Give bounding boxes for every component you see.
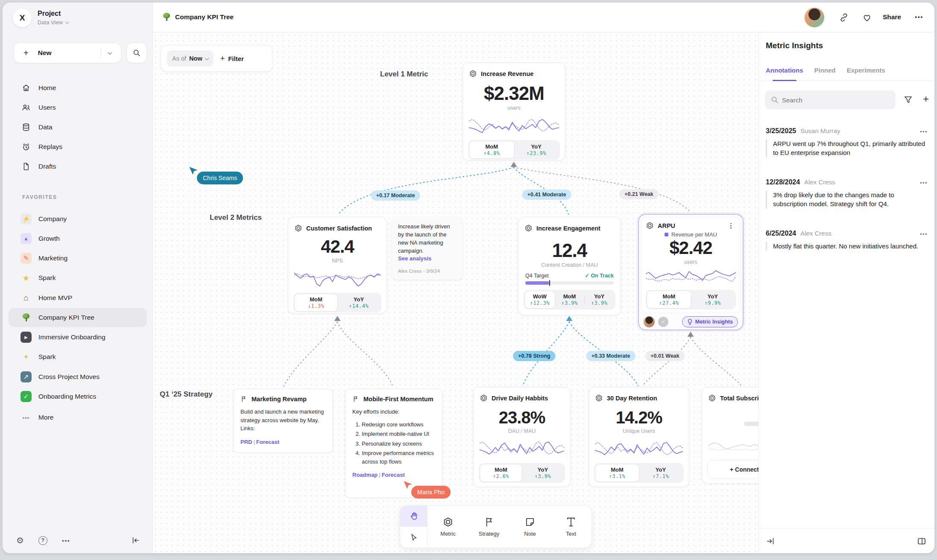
yoy-chip[interactable]: YoY↑14.4% <box>337 294 380 311</box>
edge-label: +0.41 Moderate <box>522 190 571 200</box>
metric-card-increase-engagement[interactable]: Increase Engagement 12.4 Content Creatio… <box>518 217 621 315</box>
search-input[interactable] <box>765 90 896 109</box>
sidebar-item-drafts[interactable]: Drafts <box>9 157 147 176</box>
sidebar-item-replays[interactable]: Replays <box>9 137 147 156</box>
metric-value: 23.8% <box>479 408 565 427</box>
mom-chip[interactable]: MoM↑3.9% <box>555 291 585 308</box>
split-view-icon[interactable] <box>917 536 927 546</box>
sidebar-item-company-kpi-tree[interactable]: Company KPI Tree <box>9 308 147 327</box>
metric-card-total-subscriptions[interactable]: Total Subscriptions + Connect <box>702 387 758 484</box>
avatar[interactable] <box>805 8 824 27</box>
ellipsis-icon: ••• <box>20 412 32 423</box>
sidebar-item-onboarding-metrics[interactable]: ✓ Onboarding Metrics <box>9 387 147 406</box>
yoy-chip[interactable]: YoY↑7.1% <box>639 464 682 481</box>
sidebar-item-growth[interactable]: ▲ Growth <box>9 229 147 248</box>
metric-value: 42.4 <box>293 236 381 257</box>
rocket-icon: ▲ <box>20 233 32 244</box>
strategy-label: Q1 ‘25 Strategy <box>160 390 213 399</box>
sidebar-search-button[interactable] <box>126 43 147 63</box>
card-menu-icon[interactable]: ⋮ <box>726 222 736 230</box>
wow-chip[interactable]: WoW↑12.3% <box>525 291 555 308</box>
add-annotation-icon[interactable]: + <box>923 93 929 105</box>
sidebar-item-marketing[interactable]: ✎ Marketing <box>9 249 147 268</box>
collapse-sidebar-icon[interactable] <box>131 536 141 545</box>
sidebar-item-spark-2[interactable]: ✦ Spark <box>9 347 147 366</box>
card-title: Increase Engagement <box>536 225 600 232</box>
filter-funnel-icon[interactable] <box>903 95 913 105</box>
roadmap-link[interactable]: Roadmap <box>352 472 378 478</box>
tab-pinned[interactable]: Pinned <box>814 64 836 81</box>
see-analysis-link[interactable]: See analysis <box>398 255 456 262</box>
text-tool-button[interactable]: Text <box>550 506 591 548</box>
annotation-menu-icon[interactable]: ••• <box>920 231 928 236</box>
select-tool-button[interactable] <box>400 527 427 548</box>
yoy-chip[interactable]: YoY↑9.9% <box>691 291 735 308</box>
annotation-item[interactable]: 3/25/2025 Susan Murray ••• ARPU went up … <box>766 127 928 158</box>
sidebar-item-users[interactable]: Users <box>9 98 147 117</box>
workspace-view-switcher[interactable]: Data View <box>38 19 69 26</box>
tab-experiments[interactable]: Experiments <box>847 64 885 81</box>
check-icon: ✓ <box>20 391 32 402</box>
new-button[interactable]: + New <box>14 43 121 63</box>
yoy-chip[interactable]: YoY↑23.9% <box>514 141 559 158</box>
strategy-tool-button[interactable]: Strategy <box>468 506 509 548</box>
users-icon <box>21 103 31 112</box>
sidebar-item-data[interactable]: Data <box>9 118 147 137</box>
annotation-menu-icon[interactable]: ••• <box>920 180 928 185</box>
sidebar-item-company[interactable]: ⚡ Company <box>9 210 147 228</box>
sidebar-item-home-mvp[interactable]: ⌂ Home MVP <box>9 289 147 307</box>
forecast-link[interactable]: Forecast <box>382 472 405 478</box>
more-options-icon[interactable]: ••• <box>62 537 70 544</box>
favorite-heart-icon[interactable] <box>862 12 872 23</box>
mom-chip[interactable]: MoM↓1.3% <box>295 294 337 311</box>
strategy-card-mobile-first-momentum[interactable]: Mobile-First Momentum Key efforts includ… <box>345 389 442 498</box>
metric-tool-button[interactable]: Metric <box>428 506 468 548</box>
metric-card-drive-daily-habbits[interactable]: Drive Daily Habbits 23.8% DAU / MAU MoM↑… <box>473 387 571 487</box>
strategy-list: Redesign core workflows Implement mobile… <box>352 420 435 466</box>
mom-chip[interactable]: MoM↑4.8% <box>469 141 514 158</box>
plus-icon: + <box>220 54 225 63</box>
chevron-down-icon[interactable] <box>108 50 112 55</box>
sidebar-item-cross-project-moves[interactable]: ↗ Cross Project Moves <box>9 368 147 386</box>
annotation-item[interactable]: 6/25/2024 Alex Cress ••• Mostly flat thi… <box>766 230 928 251</box>
workspace-logo[interactable]: X <box>13 9 32 27</box>
strategy-card-marketing-revamp[interactable]: Marketing Revamp Build and launch a new … <box>233 389 333 453</box>
settings-gear-icon[interactable]: ⚙ <box>16 535 24 545</box>
collapse-panel-icon[interactable] <box>766 537 775 546</box>
annotation-item[interactable]: 12/28/2024 Alex Cress ••• 3% drop likely… <box>766 178 928 209</box>
sidebar-item-immersive-onboarding[interactable]: ▸ Immersive Onboarding <box>9 328 147 347</box>
metric-card-increase-revenue[interactable]: Increase Revenue $2.32M users MoM↑4.8% Y… <box>463 62 565 160</box>
mom-chip[interactable]: MoM↑2.6% <box>480 464 522 481</box>
metric-card-arpu-selected[interactable]: ARPU ⋮ Revenue per MAU $2.42 users MoM↑2… <box>638 214 744 330</box>
connect-button[interactable]: + Connect <box>707 460 758 479</box>
hand-tool-button[interactable] <box>400 506 427 527</box>
card-title: Total Subscriptions <box>720 395 758 402</box>
tab-annotations[interactable]: Annotations <box>766 64 803 81</box>
filter-button[interactable]: + Filter <box>220 54 244 63</box>
hexagon-metric-icon <box>294 224 302 232</box>
share-button[interactable]: Share <box>883 13 901 21</box>
metric-card-customer-satisfaction[interactable]: Customer Satisfaction 42.4 NPS MoM↓1.3% … <box>288 217 387 314</box>
sidebar-item-home[interactable]: Home <box>9 79 147 97</box>
cursor-arrow-icon <box>188 166 199 176</box>
forecast-link[interactable]: Forecast <box>256 439 279 445</box>
search-icon <box>132 48 141 58</box>
kpi-tree-canvas[interactable]: As of Now + Filter Level 1 Metric Level … <box>153 32 758 553</box>
yoy-chip[interactable]: YoY↑3.9% <box>584 291 614 308</box>
metric-card-30-day-retention[interactable]: 30 Day Retention 14.2% Unique Users MoM↑… <box>589 387 689 487</box>
yoy-chip[interactable]: YoY↑3.9% <box>522 464 564 481</box>
annotation-menu-icon[interactable]: ••• <box>920 129 928 134</box>
copy-link-icon[interactable] <box>839 12 849 23</box>
metric-insights-button[interactable]: Metric Insights <box>682 316 738 327</box>
hand-icon <box>409 512 419 521</box>
help-icon[interactable]: ? <box>38 536 47 545</box>
sidebar-item-more[interactable]: ••• More <box>9 408 147 427</box>
mom-chip[interactable]: MoM↑3.1% <box>595 464 639 481</box>
as-of-dropdown[interactable]: As of Now <box>167 50 214 67</box>
note-tool-button[interactable]: Note <box>509 506 550 548</box>
prd-link[interactable]: PRD <box>240 439 252 445</box>
sidebar-item-spark[interactable]: ★ Spark <box>9 268 147 287</box>
mom-chip[interactable]: MoM↑27.4% <box>647 291 691 308</box>
header-menu-icon[interactable]: ••• <box>915 14 923 20</box>
canvas-note-card[interactable]: Increase likely driven by the launch of … <box>392 217 462 280</box>
